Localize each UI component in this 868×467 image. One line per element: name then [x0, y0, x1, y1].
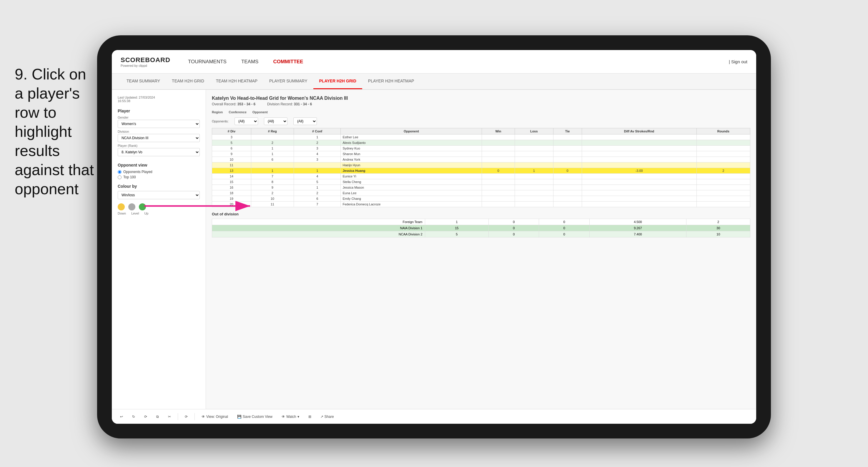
conference-select[interactable]: (All) — [264, 117, 287, 125]
level-dot — [128, 203, 135, 210]
tab-player-h2h-heatmap[interactable]: PLAYER H2H HEATMAP — [362, 73, 420, 89]
action-btn[interactable]: ✂ — [166, 413, 173, 420]
forward-btn[interactable]: ⟳ — [142, 413, 150, 420]
division-select[interactable]: NCAA Division III — [118, 134, 200, 142]
division-record: Division Record: 331 - 34 - 6 — [267, 102, 312, 106]
nav-tournaments[interactable]: TOURNAMENTS — [188, 57, 226, 66]
top-100-option[interactable]: Top 100 — [118, 175, 200, 179]
tab-player-h2h-grid[interactable]: PLAYER H2H GRID — [313, 73, 362, 89]
logo-title: SCOREBOARD — [121, 56, 170, 64]
table-row[interactable]: 31 Esther Lee — [212, 134, 750, 140]
nav-teams[interactable]: TEAMS — [241, 57, 259, 66]
tablet-screen: SCOREBOARD Powered by clippd TOURNAMENTS… — [112, 50, 756, 424]
step-number: 9. — [15, 66, 27, 83]
region-filter: Region — [212, 111, 223, 114]
nav-bar: SCOREBOARD Powered by clippd TOURNAMENTS… — [112, 50, 756, 73]
table-row[interactable]: 613 Sydney Kuo — [212, 146, 750, 151]
tab-team-summary[interactable]: TEAM SUMMARY — [121, 73, 166, 89]
sub-nav: TEAM SUMMARY TEAM H2H GRID TEAM H2H HEAT… — [112, 73, 756, 90]
nav-items: TOURNAMENTS TEAMS COMMITTEE — [188, 57, 303, 66]
nav-sign-out[interactable]: | Sign out — [729, 59, 747, 64]
th-div: # Div — [212, 128, 251, 134]
opponent-view-title: Opponent view — [118, 163, 200, 167]
separator-2 — [194, 413, 195, 420]
th-rounds: Rounds — [696, 128, 750, 134]
th-reg: # Reg — [251, 128, 293, 134]
tab-team-h2h-grid[interactable]: TEAM H2H GRID — [166, 73, 210, 89]
table-row[interactable]: 20117 Federica Domecq Lacroze — [212, 201, 750, 207]
opponent-select[interactable]: (All) — [293, 117, 317, 125]
layout-btn[interactable]: ⊞ — [306, 413, 314, 420]
table-row[interactable]: 1474 Eunice Yi — [212, 174, 750, 179]
ood-row[interactable]: Foreign Team 100 4.5002 — [212, 219, 750, 225]
nav-committee[interactable]: COMMITTEE — [273, 57, 303, 66]
conference-filter: Conference — [228, 111, 247, 114]
table-row[interactable]: 914 Sharon Mun — [212, 151, 750, 157]
ood-row[interactable]: NCAA Division 2 500 7.40010 — [212, 231, 750, 238]
watch-btn[interactable]: 👁 Watch ▾ — [279, 413, 302, 420]
save-custom-btn[interactable]: 💾 Save Custom View — [235, 413, 275, 420]
separator-1 — [178, 413, 178, 420]
ood-row[interactable]: NAIA Division 1 1500 9.26730 — [212, 225, 750, 231]
watch-icon: 👁 — [282, 415, 285, 419]
logo-subtitle: Powered by clippd — [121, 64, 170, 67]
opponent-view-section: Opponent view Opponents Played Top 100 — [118, 163, 200, 179]
eye-icon: 👁 — [202, 415, 205, 419]
th-conf: # Conf — [293, 128, 341, 134]
down-dot — [118, 203, 125, 210]
table-row[interactable]: 1063 Andrea York — [212, 157, 750, 162]
ood-table: Foreign Team 100 4.5002 NAIA Division 1 … — [212, 219, 750, 238]
share-btn[interactable]: ↗ Share — [318, 413, 336, 420]
th-win: Win — [482, 128, 515, 134]
share-icon: ↗ — [320, 415, 323, 419]
filter-row: Region Conference Opponent — [212, 111, 750, 114]
annotation-arrow — [144, 197, 262, 215]
overall-record: Overall Record: 353 - 34 - 6 — [212, 102, 255, 106]
grid-records: Overall Record: 353 - 34 - 6 Division Re… — [212, 102, 750, 106]
opponents-select[interactable]: (All) — [235, 117, 258, 125]
instruction-text: 9. Click on a player's row to highlight … — [15, 65, 97, 199]
logo: SCOREBOARD Powered by clippd — [121, 56, 170, 67]
grid-area: Katelyn Vo Head-to-Head Grid for Women's… — [206, 90, 756, 409]
tablet-device: SCOREBOARD Powered by clippd TOURNAMENTS… — [97, 35, 771, 438]
grid-title: Katelyn Vo Head-to-Head Grid for Women's… — [212, 96, 750, 101]
instruction-body: Click on a player's row to highlight res… — [15, 66, 94, 197]
h2h-table: # Div # Reg # Conf Opponent Win Loss Tie… — [212, 128, 750, 207]
table-row-highlighted[interactable]: 1311 Jessica Huang 010 -3.002 — [212, 168, 750, 174]
filter-selects: Opponents: (All) (All) (All) — [212, 117, 750, 125]
th-loss: Loss — [515, 128, 553, 134]
main-content: Last Updated: 27/03/2024 16:55:38 Player… — [112, 90, 756, 409]
division-label: Division — [118, 130, 200, 133]
sidebar: Last Updated: 27/03/2024 16:55:38 Player… — [112, 90, 206, 409]
redo-btn[interactable]: ↻ — [130, 413, 137, 420]
th-tie: Tie — [553, 128, 582, 134]
save-icon: 💾 — [237, 415, 242, 419]
player-section-title: Player — [118, 108, 200, 113]
bottom-toolbar: ↩ ↻ ⟳ ⧉ ✂ ⟳ 👁 View: Original 💾 Save Cust… — [112, 409, 756, 424]
refresh-btn[interactable]: ⟳ — [182, 413, 190, 420]
ood-title: Out of division — [212, 212, 750, 216]
colour-by-title: Colour by — [118, 184, 200, 189]
table-row[interactable]: 1585 Stella Cheng — [212, 179, 750, 185]
gender-label: Gender — [118, 116, 200, 119]
opponents-label: Opponents: — [212, 120, 228, 123]
opponents-played-option[interactable]: Opponents Played — [118, 170, 200, 174]
table-row[interactable]: 1691 Jessica Mason — [212, 185, 750, 190]
opponent-filter: Opponent — [252, 111, 268, 114]
th-diff: Diff Av Strokes/Rnd — [582, 128, 696, 134]
tab-team-h2h-heatmap[interactable]: TEAM H2H HEATMAP — [210, 73, 264, 89]
player-rank-select[interactable]: 8. Katelyn Vo — [118, 148, 200, 156]
copy-btn[interactable]: ⧉ — [154, 413, 161, 420]
table-row[interactable]: 522 Alexis Sudjianto — [212, 140, 750, 146]
table-row[interactable]: 19106 Emily Chang — [212, 196, 750, 201]
tab-player-summary[interactable]: PLAYER SUMMARY — [264, 73, 313, 89]
table-row[interactable]: 11 Haeijo Hyun — [212, 162, 750, 168]
player-rank-label: Player (Rank) — [118, 144, 200, 148]
undo-btn[interactable]: ↩ — [118, 413, 125, 420]
gender-select[interactable]: Women's — [118, 120, 200, 128]
th-opponent: Opponent — [341, 128, 482, 134]
view-original-btn[interactable]: 👁 View: Original — [199, 413, 230, 420]
table-row[interactable]: 1822 Euna Lee — [212, 190, 750, 196]
last-updated: Last Updated: 27/03/2024 16:55:38 — [118, 96, 200, 103]
